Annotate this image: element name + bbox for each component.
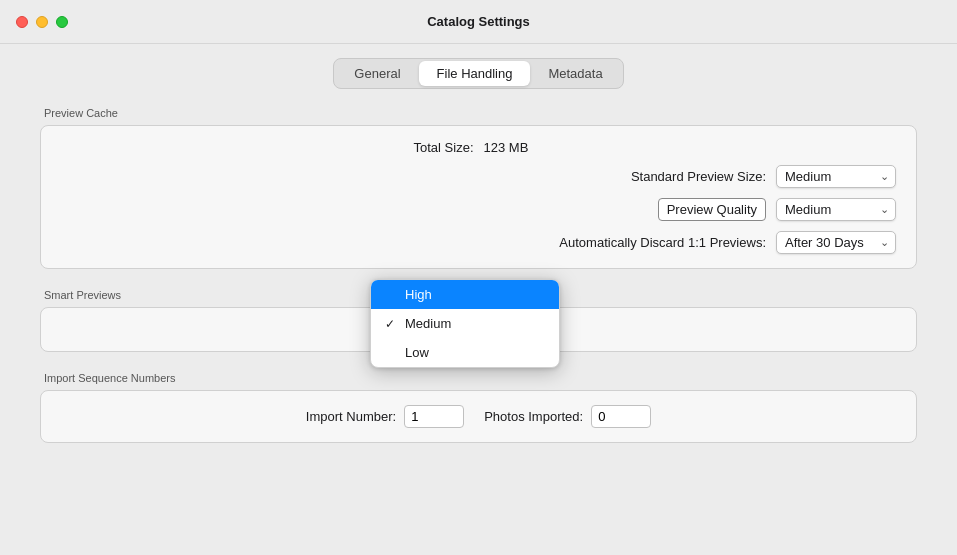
main-content: Preview Cache Total Size: 123 MB Standar… [0, 89, 957, 555]
medium-checkmark: ✓ [385, 317, 399, 331]
low-label: Low [405, 345, 429, 360]
medium-label: Medium [405, 316, 451, 331]
standard-preview-size-dropdown[interactable]: Medium [776, 165, 896, 188]
photos-imported-label: Photos Imported: [484, 409, 583, 424]
tab-general[interactable]: General [336, 61, 418, 86]
dropdown-item-high[interactable]: High [371, 280, 559, 309]
auto-discard-row: Automatically Discard 1:1 Previews: Afte… [61, 231, 896, 254]
low-checkmark [385, 346, 399, 360]
maximize-button[interactable] [56, 16, 68, 28]
minimize-button[interactable] [36, 16, 48, 28]
import-sequence-box: Import Number: Photos Imported: [40, 390, 917, 443]
import-number-field: Import Number: [306, 405, 464, 428]
standard-preview-size-label: Standard Preview Size: [61, 169, 776, 184]
high-checkmark [385, 288, 399, 302]
import-number-input[interactable] [404, 405, 464, 428]
tab-file-handling[interactable]: File Handling [419, 61, 531, 86]
standard-preview-size-row: Standard Preview Size: Medium [61, 165, 896, 188]
photos-imported-field: Photos Imported: [484, 405, 651, 428]
title-bar: Catalog Settings [0, 0, 957, 44]
auto-discard-label: Automatically Discard 1:1 Previews: [61, 235, 776, 250]
preview-cache-label: Preview Cache [40, 107, 917, 119]
import-fields-row: Import Number: Photos Imported: [61, 405, 896, 428]
window-controls [16, 16, 68, 28]
tabs-container: General File Handling Metadata [333, 58, 623, 89]
import-sequence-section: Import Sequence Numbers Import Number: P… [40, 372, 917, 443]
preview-quality-dropdown[interactable]: Medium [776, 198, 896, 221]
auto-discard-dropdown[interactable]: After 30 Days [776, 231, 896, 254]
preview-cache-box: Total Size: 123 MB Standard Preview Size… [40, 125, 917, 269]
total-size-label: Total Size: [61, 140, 484, 155]
close-button[interactable] [16, 16, 28, 28]
dropdown-item-low[interactable]: Low [371, 338, 559, 367]
import-sequence-label: Import Sequence Numbers [40, 372, 917, 384]
high-label: High [405, 287, 432, 302]
preview-quality-label-box: Preview Quality [658, 198, 766, 221]
total-size-value: 123 MB [484, 140, 897, 155]
preview-quality-popup: High ✓ Medium Low [370, 279, 560, 368]
preview-cache-section: Preview Cache Total Size: 123 MB Standar… [40, 107, 917, 269]
preview-quality-row: Preview Quality Medium [61, 198, 896, 221]
photos-imported-input[interactable] [591, 405, 651, 428]
import-number-label: Import Number: [306, 409, 396, 424]
preview-quality-label: Preview Quality [61, 202, 776, 217]
total-size-row: Total Size: 123 MB [61, 140, 896, 155]
window-title: Catalog Settings [427, 14, 530, 29]
dropdown-item-medium[interactable]: ✓ Medium [371, 309, 559, 338]
tab-metadata[interactable]: Metadata [530, 61, 620, 86]
